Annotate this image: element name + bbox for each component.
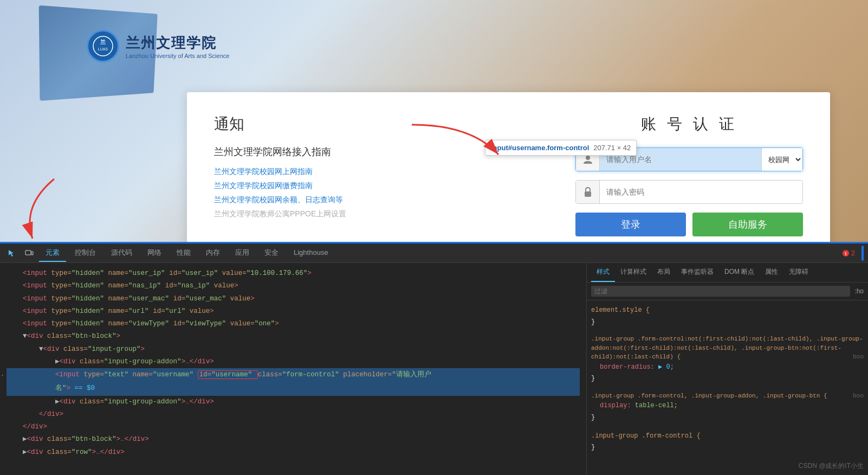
password-input-group — [575, 180, 803, 204]
university-header: 兰 LUAS 兰州文理学院 Lanzhou University of Arts… — [87, 30, 229, 62]
watermark: CSDN @成长的IT小生 — [799, 461, 864, 471]
self-service-button[interactable]: 自助服务 — [692, 213, 803, 236]
tab-security[interactable]: 安全 — [258, 245, 285, 262]
styles-filter-input[interactable] — [591, 286, 850, 297]
styles-panel: 样式 计算样式 布局 事件监听器 DOM 断点 属性 无障碍 :ho eleme… — [586, 263, 868, 475]
notice-link-1[interactable]: 兰州文理学院校园网上网指南 — [214, 167, 532, 177]
html-line-9b: 名"> == $0 — [7, 382, 580, 395]
university-name-en: Lanzhou University of Arts and Science — [126, 53, 229, 59]
styles-tab-computed[interactable]: 计算样式 — [615, 263, 652, 282]
network-select[interactable]: 校园网 — [761, 148, 802, 171]
svg-text:!: ! — [845, 251, 846, 256]
svg-rect-7 — [25, 251, 31, 255]
tab-network[interactable]: 网络 — [141, 245, 168, 262]
university-name: 兰州文理学院 Lanzhou University of Arts and Sc… — [126, 34, 229, 59]
lock-icon-addon — [576, 181, 600, 203]
styles-tab-a11y[interactable]: 无障碍 — [783, 263, 814, 282]
tab-elements[interactable]: 元素 — [39, 245, 66, 262]
notice-link-2[interactable]: 兰州文理学院校园网缴费指南 — [214, 181, 532, 191]
tab-memory[interactable]: 内存 — [199, 245, 226, 262]
html-line-3: <input type="hidden" name="user_mac" id=… — [7, 293, 580, 305]
html-line-12: </div> — [7, 421, 580, 433]
password-input[interactable] — [600, 181, 802, 203]
blue-indicator — [861, 246, 864, 261]
tab-lighthouse[interactable]: Lighthouse — [287, 245, 335, 261]
html-line-6: ▼<div class="btn-block"> — [7, 330, 580, 343]
svg-rect-8 — [31, 252, 33, 255]
svg-text:LUAS: LUAS — [98, 47, 108, 51]
element-picker-button[interactable] — [4, 246, 20, 261]
notice-link-4[interactable]: 兰州文理学院教师公寓PPPOE上网设置 — [214, 209, 532, 219]
university-name-cn: 兰州文理学院 — [126, 34, 229, 53]
html-line-5: <input type="hidden" name="viewType" id=… — [7, 318, 580, 330]
notice-links: 兰州文理学院校园网上网指南 兰州文理学院校园网缴费指南 兰州文理学院校园网余额、… — [214, 167, 532, 219]
notice-link-3[interactable]: 兰州文理学院校园网余额、日志查询等 — [214, 195, 532, 205]
svg-point-5 — [586, 156, 590, 160]
login-section: 账 号 认 证 校园网 — [575, 114, 803, 236]
styles-block-element: element.style { } — [591, 305, 864, 328]
tooltip-size: 207.71 × 42 — [593, 144, 631, 152]
svg-rect-6 — [585, 191, 591, 197]
svg-text:兰: 兰 — [100, 39, 106, 45]
html-line-2: <input type="hidden" name="nas_ip" id="n… — [7, 280, 580, 292]
styles-filter-row: :ho — [587, 283, 868, 300]
tab-sources[interactable]: 源代码 — [105, 245, 139, 262]
tab-application[interactable]: 应用 — [229, 245, 256, 262]
styles-content: element.style { } .input-group .form-con… — [587, 300, 868, 465]
lock-icon — [583, 187, 593, 197]
button-row: 登录 自助服务 — [575, 213, 803, 236]
html-line-4: <input type="hidden" name="url" id="url"… — [7, 305, 580, 318]
red-arrow-1 — [406, 119, 515, 163]
styles-tab-props[interactable]: 属性 — [760, 263, 783, 282]
tab-performance[interactable]: 性能 — [170, 245, 197, 262]
html-panel: <input type="hidden" name="user_ip" id="… — [0, 263, 586, 475]
devtools-toolbar: 元素 控制台 源代码 网络 性能 内存 应用 安全 Lighthouse ! 2 — [0, 243, 868, 263]
tab-console[interactable]: 控制台 — [68, 245, 102, 262]
html-line-7: ▼<div class="input-group"> — [7, 343, 580, 356]
main-content-card: 通知 兰州文理学院网络接入指南 兰州文理学院校园网上网指南 兰州文理学院校园网缴… — [187, 92, 830, 258]
devtools-body: <input type="hidden" name="user_ip" id="… — [0, 263, 868, 475]
login-title: 账 号 认 证 — [575, 114, 803, 134]
html-line-9: ... <input type="text" name="username" i… — [7, 368, 580, 382]
devtools-panel: 元素 控制台 源代码 网络 性能 内存 应用 安全 Lighthouse ! 2… — [0, 242, 868, 475]
university-logo: 兰 LUAS — [87, 30, 119, 62]
styles-tab-event[interactable]: 事件监听器 — [676, 263, 719, 282]
styles-block-3: .input-group .form-control { } — [591, 431, 864, 454]
cursor-icon — [8, 249, 16, 258]
html-line-10: ▶<div class="input-group-addon">…</div> — [7, 396, 580, 408]
html-line-11: </div> — [7, 408, 580, 421]
error-count: ! 2 — [842, 249, 855, 257]
error-icon: ! — [842, 249, 850, 257]
red-arrow-2 — [16, 174, 60, 244]
styles-tab-styles[interactable]: 样式 — [591, 263, 615, 282]
html-line-14: ▶<div class="row">…</div> — [7, 446, 580, 459]
login-button[interactable]: 登录 — [575, 213, 686, 236]
device-icon — [25, 249, 34, 258]
styles-pseudo-label: :ho — [854, 287, 864, 295]
styles-panel-tabs: 样式 计算样式 布局 事件监听器 DOM 断点 属性 无障碍 — [587, 263, 868, 283]
user-icon — [582, 154, 593, 165]
device-toggle-button[interactable] — [22, 246, 37, 261]
html-line-1: <input type="hidden" name="user_ip" id="… — [7, 267, 580, 280]
html-line-8: ▶<div class="input-group-addon">…</div> — [7, 356, 580, 368]
logo-icon: 兰 LUAS — [92, 35, 114, 57]
styles-tab-dom[interactable]: DOM 断点 — [719, 263, 760, 282]
styles-block-2: .input-group .form-control, .input-group… — [591, 391, 864, 424]
styles-tab-layout[interactable]: 布局 — [652, 263, 676, 282]
styles-block-1: .input-group .form-control:not(:first-ch… — [591, 335, 864, 385]
html-line-13: ▶<div class="btn-block">…</div> — [7, 433, 580, 446]
